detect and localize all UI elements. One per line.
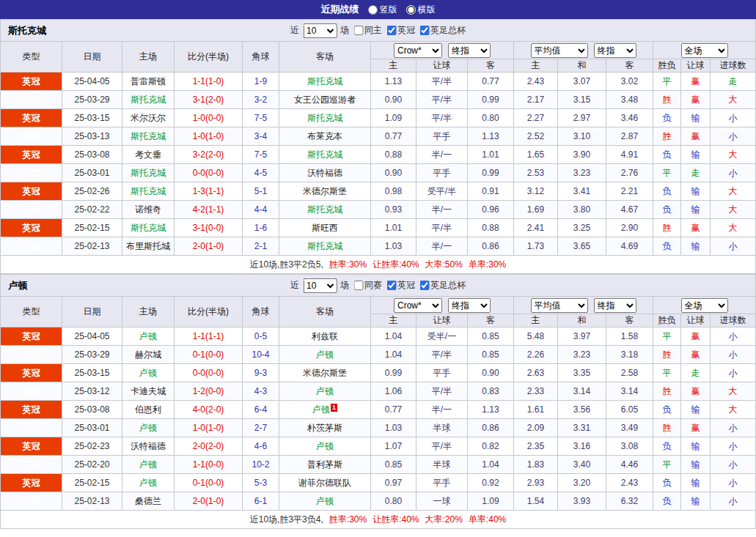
avg-source-select[interactable]: 平均值 <box>531 298 588 313</box>
result-winloss: 胜 <box>653 419 681 437</box>
league-badge: 英冠 <box>1 73 62 91</box>
result-handicap: 赢 <box>681 73 711 91</box>
topbar: 近期战绩 竖版 横版 <box>0 0 756 19</box>
handicap-line: 平/半 <box>416 109 468 127</box>
col-date: 日期 <box>62 297 122 327</box>
league-badge: 英冠 <box>1 419 62 437</box>
avg-home-odds: 2.93 <box>514 474 558 492</box>
result-goals: 小 <box>711 109 756 127</box>
result-goals: 小 <box>711 474 756 492</box>
avg-away-odds: 3.14 <box>606 382 653 401</box>
handicap-away-odds: 0.90 <box>468 364 514 382</box>
championship-checkbox[interactable] <box>386 281 396 290</box>
avg-draw-odds: 3.23 <box>558 346 606 364</box>
handicap-time-select[interactable]: 终指 <box>448 298 491 313</box>
avg-time-select[interactable]: 终指 <box>594 298 636 313</box>
result-handicap: 输 <box>681 146 711 164</box>
layout-vertical-option[interactable]: 竖版 <box>368 4 397 16</box>
fa-cup-checkbox[interactable] <box>419 281 429 290</box>
filter-championship[interactable]: 英冠 <box>383 24 415 37</box>
handicap-home-odds: 1.04 <box>371 346 416 364</box>
filter-same[interactable]: 同主 <box>351 24 382 37</box>
filter-fa-cup[interactable]: 英足总杯 <box>416 24 466 37</box>
avg-draw-odds: 3.31 <box>558 419 606 437</box>
handicap-time-select[interactable]: 终指 <box>448 43 491 58</box>
result-goals: 大 <box>711 401 756 419</box>
average-dropdowns: 平均值 终指 <box>514 42 653 59</box>
avg-draw-odds: 3.40 <box>558 456 606 474</box>
result-goals: 小 <box>711 364 756 382</box>
home-team: 考文垂 <box>122 146 175 164</box>
team-section: 卢顿 近 10 场 同赛 英冠 英足总杯 <box>0 274 756 529</box>
fulltime-select[interactable]: 全场 <box>681 43 728 58</box>
corners: 5-1 <box>243 182 279 201</box>
summary-bar: 近10场,胜3平3负4, 胜率:30% 让胜率:40% 大率:20% 单率:40… <box>0 511 756 529</box>
same-checkbox[interactable] <box>353 281 363 290</box>
handicap-home-odds: 1.01 <box>371 219 416 237</box>
same-checkbox[interactable] <box>353 26 363 35</box>
avg-home-odds: 1.69 <box>514 201 558 219</box>
handicap-away-odds: 0.91 <box>468 182 514 201</box>
result-goals: 大 <box>711 182 756 201</box>
col-corner: 角球 <box>243 297 279 327</box>
table-row: 英冠 25-03-29 斯托克城 3-1(2-0) 3-2 女王公园巡游者 0.… <box>1 91 756 109</box>
match-date: 25-02-15 <box>62 474 122 492</box>
match-count-select[interactable]: 10 <box>303 23 337 38</box>
filter-controls: 近 10 场 同赛 英冠 英足总杯 <box>290 278 466 293</box>
result-winloss: 平 <box>653 456 681 474</box>
avg-draw-odds: 3.25 <box>558 219 606 237</box>
corners: 10-2 <box>243 456 279 474</box>
handicap-line: 一球 <box>416 492 468 511</box>
avg-away-odds: 4.91 <box>606 146 653 164</box>
home-team: 伯恩利 <box>122 401 175 419</box>
match-date: 25-03-15 <box>62 109 122 127</box>
layout-horizontal-option[interactable]: 横版 <box>406 4 436 16</box>
avg-source-select[interactable]: 平均值 <box>531 43 588 58</box>
championship-checkbox[interactable] <box>386 26 396 35</box>
result-goals: 小 <box>711 164 756 182</box>
team-name: 卢顿 <box>8 279 27 292</box>
league-badge: 英冠 <box>1 456 62 474</box>
corners: 0-5 <box>243 327 279 346</box>
result-winloss: 负 <box>653 401 681 419</box>
result-handicap: 赢 <box>681 346 711 364</box>
corners: 6-4 <box>243 401 279 419</box>
result-winloss: 平 <box>653 364 681 382</box>
home-team: 斯托克城 <box>122 127 175 146</box>
handicap-away-odds: 1.13 <box>468 401 514 419</box>
avg-away-odds: 6.05 <box>606 401 653 419</box>
horizontal-radio[interactable] <box>406 5 416 15</box>
avg-time-select[interactable]: 终指 <box>594 43 636 58</box>
corners: 4-5 <box>243 164 279 182</box>
match-count-select[interactable]: 10 <box>303 278 337 293</box>
avg-home-odds: 2.26 <box>514 346 558 364</box>
fulltime-select[interactable]: 全场 <box>681 298 728 313</box>
handicap-home-odds: 0.93 <box>371 201 416 219</box>
result-winloss: 胜 <box>653 127 681 146</box>
match-date: 25-02-15 <box>62 219 122 237</box>
col-type: 类型 <box>1 297 62 327</box>
table-row: 英冠 25-02-13 桑德兰 2-0(1-0) 6-1 卢顿 0.80 一球 … <box>1 492 756 511</box>
vertical-radio[interactable] <box>368 5 378 15</box>
score-halftime: 3-1(0-0) <box>175 219 243 237</box>
summary-bar: 近10场,胜3平2负5, 胜率:30% 让胜率:40% 大率:50% 单率:30… <box>0 256 756 274</box>
col-avg-home: 主 <box>514 59 558 73</box>
home-team: 卢顿 <box>122 456 175 474</box>
handicap-line: 平手 <box>416 127 468 146</box>
avg-draw-odds: 3.65 <box>558 237 606 256</box>
avg-home-odds: 1.65 <box>514 146 558 164</box>
corners: 5-3 <box>243 474 279 492</box>
handicap-away-odds: 0.83 <box>468 382 514 401</box>
handicap-away-odds: 1.09 <box>468 492 514 511</box>
home-team: 卢顿 <box>122 364 175 382</box>
fa-cup-checkbox[interactable] <box>419 26 429 35</box>
home-team: 赫尔城 <box>122 346 175 364</box>
filter-championship[interactable]: 英冠 <box>383 279 415 292</box>
odds-company-select[interactable]: Crow* <box>394 298 442 313</box>
odds-company-select[interactable]: Crow* <box>394 43 442 58</box>
match-date: 25-04-05 <box>62 73 122 91</box>
filter-fa-cup[interactable]: 英足总杯 <box>416 279 466 292</box>
league-badge: 英冠 <box>1 201 62 219</box>
avg-draw-odds: 3.15 <box>558 91 606 109</box>
filter-same[interactable]: 同赛 <box>351 279 382 292</box>
